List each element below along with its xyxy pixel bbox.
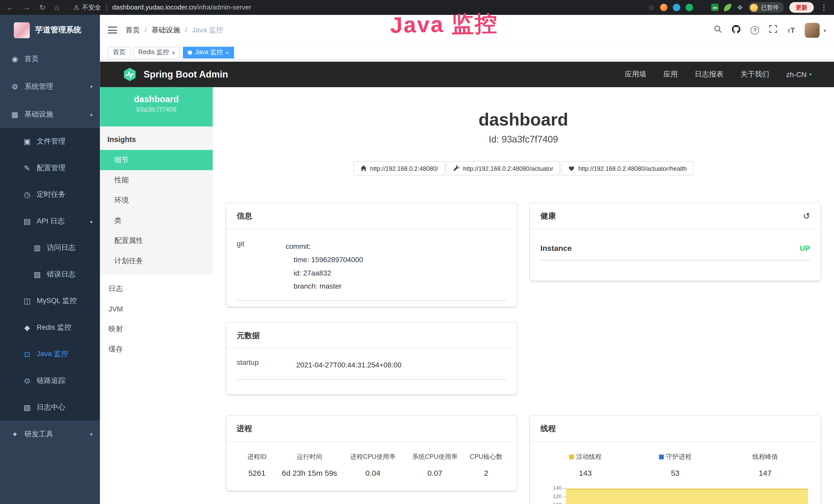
tab-home[interactable]: 首页 xyxy=(108,46,130,58)
instance-links: http://192.168.0.2:48080/ http://192.168… xyxy=(213,161,834,175)
address-bar[interactable]: ⚠ 不安全 dashboard.yudao.iocoder.cn/infra/a… xyxy=(73,3,251,12)
column-header: 进程CPU使用率 xyxy=(342,452,404,461)
address-divider xyxy=(106,4,107,11)
sidebar-item-home[interactable]: ◉ 首页 xyxy=(0,45,100,73)
git-commit-line: commit: xyxy=(286,240,506,253)
sidebar-item-redis-monitor[interactable]: ◆ Redis 监控 xyxy=(0,314,100,341)
forward-icon[interactable]: → xyxy=(23,3,30,12)
user-avatar[interactable] xyxy=(805,23,820,38)
tab-redis-monitor[interactable]: Redis 监控 × xyxy=(134,46,180,58)
sba-locale-label: zh-CN xyxy=(786,70,807,78)
help-icon[interactable]: ? xyxy=(751,26,759,34)
extension-green-icon[interactable] xyxy=(686,4,693,11)
admin-header: 首页 / 基础设施 / Java 监控 ? TT ▾ xyxy=(100,15,834,45)
close-icon[interactable]: × xyxy=(225,49,229,56)
sba-item-classes[interactable]: 类 xyxy=(100,210,213,231)
sidebar-item-infrastructure[interactable]: ▦ 基础设施 ▴ xyxy=(0,100,100,128)
extension-drop-icon[interactable] xyxy=(673,4,680,11)
legend-daemon-threads: 守护进程 xyxy=(630,452,720,461)
hamburger-icon[interactable] xyxy=(108,27,117,33)
fullscreen-icon[interactable] xyxy=(769,25,777,35)
health-card: 健康 ↺ Instance UP xyxy=(530,203,821,281)
reload-icon[interactable]: ↻ xyxy=(39,3,45,12)
sba-item-details[interactable]: 细节 xyxy=(100,150,213,170)
sidebar-item-scheduled-tasks[interactable]: ◷ 定时任务 xyxy=(0,181,100,208)
app-title: 芋道管理系统 xyxy=(35,25,82,35)
extension-grid-icon[interactable] xyxy=(699,4,706,11)
extensions-puzzle-icon[interactable]: ❖ xyxy=(737,3,743,11)
update-button[interactable]: 更新 xyxy=(789,2,814,13)
sba-item-config-props[interactable]: 配置属性 xyxy=(100,231,213,251)
sidebar-item-label: Java 监控 xyxy=(37,349,68,359)
close-icon[interactable]: × xyxy=(172,49,175,56)
main-column: 首页 / 基础设施 / Java 监控 ? TT ▾ xyxy=(100,15,834,504)
font-size-icon[interactable]: TT xyxy=(788,26,795,34)
tab-java-monitor[interactable]: Java 监控 × xyxy=(183,46,234,58)
sidebar-item-api-log[interactable]: ▤ API 日志 ▴ xyxy=(0,208,100,235)
browser-home-icon[interactable]: ⌂ xyxy=(55,3,59,12)
git-value: commit: time: 1596289704000 id: 27aa832 … xyxy=(286,240,506,293)
breadcrumb-separator: / xyxy=(185,26,187,34)
sidebar-item-system[interactable]: ⚙ 系统管理 ▾ xyxy=(0,73,100,101)
sidebar-item-error-log[interactable]: ▨ 错误日志 xyxy=(0,261,100,288)
sidebar-item-config-manage[interactable]: ✎ 配置管理 xyxy=(0,155,100,182)
sba-item-metrics[interactable]: 性能 xyxy=(100,170,213,190)
search-icon[interactable] xyxy=(714,25,722,35)
menu-kebab-icon[interactable]: ⋮ xyxy=(820,3,828,12)
active-threads-area xyxy=(566,488,808,504)
extension-leaf-icon[interactable] xyxy=(724,4,731,11)
breadcrumb-item[interactable]: 首页 xyxy=(126,25,140,35)
sba-item-scheduled-tasks[interactable]: 计划任务 xyxy=(100,251,213,271)
extension-on-badge-icon[interactable]: on xyxy=(711,4,719,11)
instance-name: dashboard xyxy=(100,94,213,104)
sba-locale-select[interactable]: zh-CN▾ xyxy=(786,70,812,78)
profile-emoji-icon xyxy=(750,3,758,11)
actuator-url-button[interactable]: http://192.168.0.2:48080/actuator xyxy=(446,161,560,175)
sba-nav-wallboard[interactable]: 应用墙 xyxy=(625,70,646,79)
sba-nav-journal[interactable]: 日志报表 xyxy=(695,70,724,79)
sidebar-item-trace[interactable]: ⊙ 链路追踪 xyxy=(0,367,100,394)
error-log-icon: ▨ xyxy=(33,270,41,279)
bookmark-star-icon[interactable]: ☆ xyxy=(648,3,655,12)
security-label: 不安全 xyxy=(82,3,101,12)
profile-chip[interactable]: 已暂停 xyxy=(748,2,784,13)
instance-url-button[interactable]: http://192.168.0.2:48080/ xyxy=(353,161,445,175)
health-url-button[interactable]: http://192.168.0.2:48080/actuator/health xyxy=(561,161,694,175)
git-id-line: id: 27aa832 xyxy=(286,266,506,280)
threads-chart-plot xyxy=(566,484,808,504)
spring-boot-admin-frame: Spring Boot Admin 应用墙 应用 日志报表 关于我们 zh-CN… xyxy=(100,60,834,504)
sba-item-jvm[interactable]: JVM xyxy=(100,299,213,319)
sidebar-item-file-manage[interactable]: ▣ 文件管理 xyxy=(0,128,100,155)
history-icon[interactable]: ↺ xyxy=(803,211,810,221)
sba-nav-about[interactable]: 关于我们 xyxy=(741,70,769,79)
column-header: CPU核心数 xyxy=(466,452,506,461)
sba-item-environment[interactable]: 环境 xyxy=(100,190,213,210)
sba-item-mappings[interactable]: 映射 xyxy=(100,319,213,339)
sidebar-item-access-log[interactable]: ▥ 访问日志 xyxy=(0,234,100,261)
breadcrumb-item[interactable]: 基础设施 xyxy=(152,25,180,35)
extension-orange-icon[interactable] xyxy=(660,4,668,11)
process-table: 进程ID 运行时间 进程CPU使用率 系统CPU使用率 CPU核心数 5261 xyxy=(226,442,517,478)
sba-nav-applications[interactable]: 应用 xyxy=(663,70,678,79)
sba-item-caches[interactable]: 缓存 xyxy=(100,339,213,360)
app-logo-row[interactable]: 芋道管理系统 xyxy=(0,15,100,45)
sidebar-item-mysql-monitor[interactable]: ◫ MySQL 监控 xyxy=(0,288,100,314)
sidebar-item-log-center[interactable]: ▧ 日志中心 xyxy=(0,394,100,420)
sidebar-item-java-monitor[interactable]: ⊡ Java 监控 xyxy=(0,341,100,367)
process-card: 进程 进程ID 运行时间 进程CPU使用率 系统CPU使用率 CPU核心数 xyxy=(226,416,517,491)
sidebar-item-dev-tools[interactable]: ✦ 研发工具 ▾ xyxy=(0,420,100,448)
threads-card: 线程 活动线程 守护进程 线程峰值 143 xyxy=(530,416,821,504)
info-card-title: 信息 xyxy=(226,203,517,229)
tags-view-bar: 首页 Redis 监控 × Java 监控 × xyxy=(100,45,834,60)
warning-icon: ⚠ xyxy=(73,4,79,11)
url-domain: dashboard.yudao.iocoder.cn xyxy=(112,4,196,11)
insights-group: Insights 细节 性能 环境 类 配置属性 计划任务 xyxy=(100,127,213,274)
github-icon[interactable] xyxy=(732,25,741,35)
sba-content: dashboard Id: 93a3fc7f7409 http://192.16… xyxy=(213,87,834,504)
sba-item-logs[interactable]: 日志 xyxy=(100,279,213,299)
sba-navbar: Spring Boot Admin 应用墙 应用 日志报表 关于我们 zh-CN… xyxy=(100,62,834,87)
column-header: 系统CPU使用率 xyxy=(404,452,466,461)
trace-icon: ⊙ xyxy=(23,376,31,385)
back-icon[interactable]: ← xyxy=(6,3,14,12)
page-title: dashboard xyxy=(213,110,834,130)
